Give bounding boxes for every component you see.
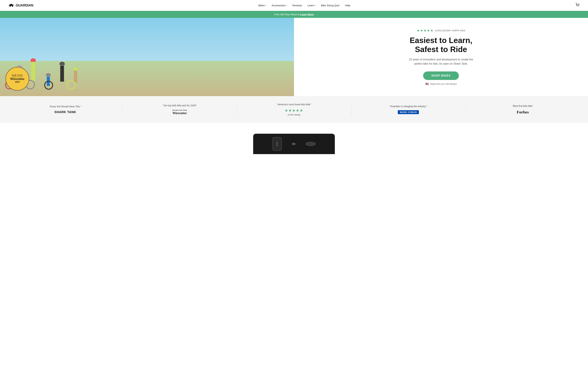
cart-button[interactable]: [575, 3, 580, 8]
chevron-down-icon: ▾: [286, 4, 287, 6]
ships-text: Ships from our USA factory: [430, 83, 457, 85]
rating-count-text: (4.9/5) 200,000+ HAPPY KIDS: [435, 29, 465, 32]
hero-headline: Easiest to Learn, Safest to Ride: [410, 36, 472, 54]
press-quote-rating: "America's most loved kids bike": [277, 103, 311, 106]
main-nav: Bikes ▾ Accessories ▾ Reviews Learn ▾ Bi…: [258, 4, 350, 7]
chevron-down-icon: ▾: [266, 4, 266, 6]
nav-bikes[interactable]: Bikes ▾: [258, 4, 266, 7]
product-preview-image: [253, 134, 335, 154]
hero-photo: [0, 18, 294, 96]
chevron-down-icon: ▾: [315, 4, 316, 6]
svg-point-1: [578, 6, 579, 6]
mark-cuban-logo: MARK CUBAN: [398, 110, 419, 114]
logo-text: GUARDIAN: [16, 3, 33, 7]
press-item-wirecutter: "Our top kids bike pick for 2024" The Ne…: [122, 104, 237, 115]
press-quote-shark-tank: "Every Kid Should Have This.": [49, 105, 81, 108]
rating-row: ★★★★★ (4.9/5) 200,000+ HAPPY KIDS: [417, 28, 465, 33]
badge-our-pick-text: OUR PICK: [12, 74, 23, 76]
nav-help[interactable]: Help: [345, 4, 350, 7]
forbes-logo: Forbes: [517, 110, 529, 114]
press-rating-text: (4.9/5 rating): [288, 114, 300, 116]
shark-tank-logo: SHARK TANK: [55, 110, 76, 114]
press-item-rating: "America's most loved kids bike" ★★★★★ (…: [237, 103, 351, 116]
hero-subtext: 10 years of innovation and development t…: [409, 57, 473, 66]
ships-info: 🇺🇸 Ships from our USA factory: [425, 82, 457, 86]
press-rating-display: ★★★★★ (4.9/5 rating): [285, 108, 303, 116]
nav-reviews[interactable]: Reviews: [292, 4, 302, 7]
press-star-icons: ★★★★★: [285, 108, 303, 113]
usa-flag-icon: 🇺🇸: [425, 82, 429, 86]
press-item-shark-tank: "Every Kid Should Have This." SHARK TANK: [8, 105, 122, 114]
svg-point-0: [577, 6, 577, 6]
wirecutter-logo: The New York Times Wirecutter: [172, 109, 187, 115]
logo[interactable]: GUARDIAN: [8, 3, 33, 8]
hero-content: ★★★★★ (4.9/5) 200,000+ HAPPY KIDS Easies…: [294, 18, 588, 96]
header: GUARDIAN Bikes ▾ Accessories ▾ Reviews L…: [0, 0, 588, 11]
product-preview-section: [0, 123, 588, 154]
learn-more-link[interactable]: Learn More: [300, 13, 314, 16]
press-item-forbes: "Best first kids bike" Forbes: [466, 104, 580, 114]
press-quote-mark-cuban: "Guardian is changing the industry.": [390, 105, 427, 108]
star-rating: ★★★★★: [417, 28, 434, 33]
press-quote-wirecutter: "Our top kids bike pick for 2024": [163, 104, 196, 107]
badge-year-text: 2024: [15, 81, 20, 83]
press-quote-forbes: "Best first kids bike": [512, 104, 533, 108]
hero-section: OUR PICK The New York Times Wirecutter 2…: [0, 18, 588, 96]
nav-learn[interactable]: Learn ▾: [307, 4, 315, 7]
press-item-mark-cuban: "Guardian is changing the industry." MAR…: [351, 105, 466, 114]
badge-wirecutter-text: Wirecutter: [10, 77, 24, 80]
wirecutter-badge: OUR PICK The New York Times Wirecutter 2…: [5, 67, 29, 91]
hero-image: OUR PICK The New York Times Wirecutter 2…: [0, 18, 294, 96]
nav-bike-sizing-quiz[interactable]: Bike Sizing Quiz: [321, 4, 340, 7]
shop-bikes-button[interactable]: SHOP BIKES: [423, 72, 459, 80]
logo-icon: [8, 3, 14, 8]
wirecutter-logo-text: Wirecutter: [172, 112, 187, 115]
press-section: "Every Kid Should Have This." SHARK TANK…: [0, 96, 588, 123]
announcement-bar: Free 365 Day Returns Learn More: [0, 11, 588, 18]
nav-accessories[interactable]: Accessories ▾: [272, 4, 287, 7]
wirecutter-nyt-prefix: The New York Times: [172, 109, 187, 111]
